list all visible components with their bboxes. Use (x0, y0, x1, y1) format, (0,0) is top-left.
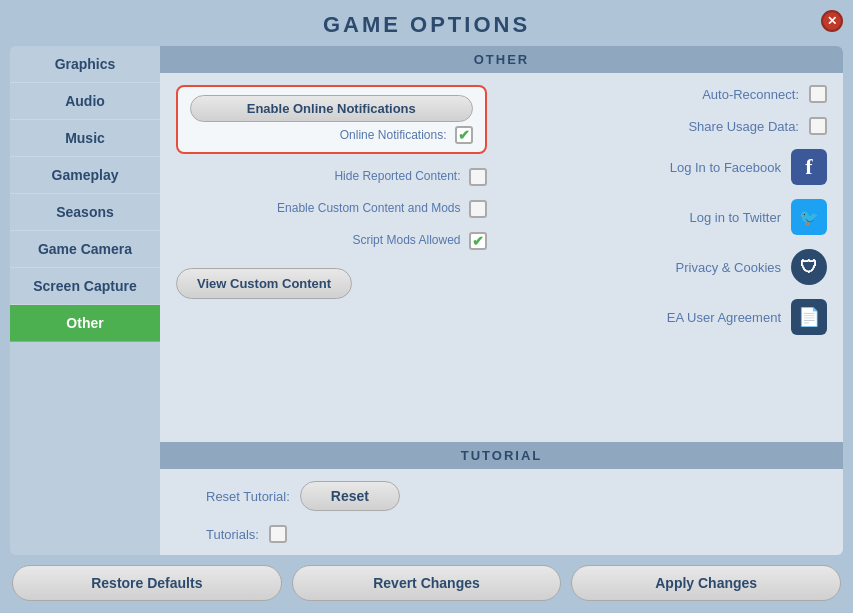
sidebar-item-graphics[interactable]: Graphics (10, 46, 160, 83)
share-usage-checkbox[interactable] (809, 117, 827, 135)
other-section-header: Other (160, 46, 843, 73)
page-title: Game Options (0, 12, 853, 38)
enable-custom-label: Enable Custom Content and Mods (277, 201, 460, 217)
restore-defaults-button[interactable]: Restore Defaults (12, 565, 282, 601)
twitter-row: Log in to Twitter 🐦 (517, 199, 828, 235)
bottom-bar: Restore Defaults Revert Changes Apply Ch… (0, 555, 853, 613)
apply-changes-button[interactable]: Apply Changes (571, 565, 841, 601)
auto-reconnect-row: Auto-Reconnect: (517, 85, 828, 103)
online-notifications-label: Online Notifications: (340, 128, 447, 142)
reset-button[interactable]: Reset (300, 481, 400, 511)
revert-changes-button[interactable]: Revert Changes (292, 565, 562, 601)
tutorials-checkbox[interactable] (269, 525, 287, 543)
hide-reported-checkbox[interactable] (469, 168, 487, 186)
view-custom-content-button[interactable]: View Custom Content (176, 268, 352, 299)
tutorial-body: Reset Tutorial: Reset Tutorials: (160, 469, 843, 555)
enable-custom-row: Enable Custom Content and Mods (176, 200, 487, 218)
auto-reconnect-label: Auto-Reconnect: (702, 87, 799, 102)
ea-agreement-row: EA User Agreement 📄 (517, 299, 828, 335)
reset-tutorial-label: Reset Tutorial: (206, 489, 290, 504)
facebook-button[interactable]: f (791, 149, 827, 185)
check-icon-2: ✔ (472, 233, 484, 249)
facebook-icon: f (805, 154, 812, 180)
privacy-row: Privacy & Cookies 🛡 (517, 249, 828, 285)
sidebar-item-music[interactable]: Music (10, 120, 160, 157)
document-icon: 📄 (798, 306, 820, 328)
sidebar-item-other[interactable]: Other (10, 305, 160, 342)
close-button[interactable]: ✕ (821, 10, 843, 32)
ea-agreement-button[interactable]: 📄 (791, 299, 827, 335)
panel: Other Enable Online Notifications Online… (160, 46, 843, 555)
sidebar-item-seasons[interactable]: Seasons (10, 194, 160, 231)
facebook-label: Log In to Facebook (670, 160, 781, 175)
twitter-button[interactable]: 🐦 (791, 199, 827, 235)
sidebar: Graphics Audio Music Gameplay Seasons Ga… (10, 46, 160, 555)
share-usage-row: Share Usage Data: (517, 117, 828, 135)
left-column: Enable Online Notifications Online Notif… (176, 85, 487, 430)
twitter-label: Log in to Twitter (689, 210, 781, 225)
sidebar-item-screen-capture[interactable]: Screen Capture (10, 268, 160, 305)
enable-online-notifications-button[interactable]: Enable Online Notifications (190, 95, 473, 122)
script-mods-row: Script Mods Allowed ✔ (176, 232, 487, 250)
script-mods-checkbox[interactable]: ✔ (469, 232, 487, 250)
privacy-label: Privacy & Cookies (676, 260, 781, 275)
sidebar-item-audio[interactable]: Audio (10, 83, 160, 120)
hide-reported-row: Hide Reported Content: (176, 168, 487, 186)
other-section-body: Enable Online Notifications Online Notif… (160, 73, 843, 442)
ea-agreement-label: EA User Agreement (667, 310, 781, 325)
tutorial-section: Tutorial Reset Tutorial: Reset Tutorials… (160, 442, 843, 555)
auto-reconnect-checkbox[interactable] (809, 85, 827, 103)
online-notifications-box: Enable Online Notifications Online Notif… (176, 85, 487, 154)
sidebar-item-game-camera[interactable]: Game Camera (10, 231, 160, 268)
title-bar: Game Options ✕ (0, 0, 853, 46)
check-icon: ✔ (458, 127, 470, 143)
facebook-row: Log In to Facebook f (517, 149, 828, 185)
online-notifications-row: Online Notifications: ✔ (190, 126, 473, 144)
privacy-button[interactable]: 🛡 (791, 249, 827, 285)
online-notifications-checkbox[interactable]: ✔ (455, 126, 473, 144)
main-content: Graphics Audio Music Gameplay Seasons Ga… (10, 46, 843, 555)
tutorials-label: Tutorials: (206, 527, 259, 542)
tutorial-section-header: Tutorial (160, 442, 843, 469)
shield-icon: 🛡 (800, 257, 818, 278)
twitter-icon: 🐦 (799, 208, 819, 227)
tutorials-row: Tutorials: (176, 525, 827, 543)
sidebar-item-gameplay[interactable]: Gameplay (10, 157, 160, 194)
hide-reported-label: Hide Reported Content: (334, 169, 460, 185)
right-column: Auto-Reconnect: Share Usage Data: Log In… (497, 85, 828, 430)
script-mods-label: Script Mods Allowed (352, 233, 460, 249)
enable-custom-checkbox[interactable] (469, 200, 487, 218)
share-usage-label: Share Usage Data: (688, 119, 799, 134)
reset-tutorial-row: Reset Tutorial: Reset (176, 481, 827, 511)
